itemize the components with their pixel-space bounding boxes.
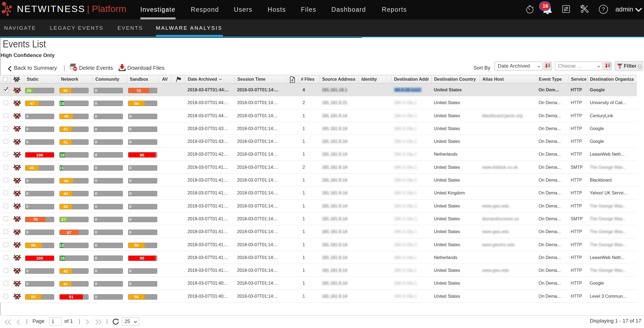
svg-text:#: # (291, 78, 294, 82)
svg-text:?: ? (602, 6, 605, 12)
